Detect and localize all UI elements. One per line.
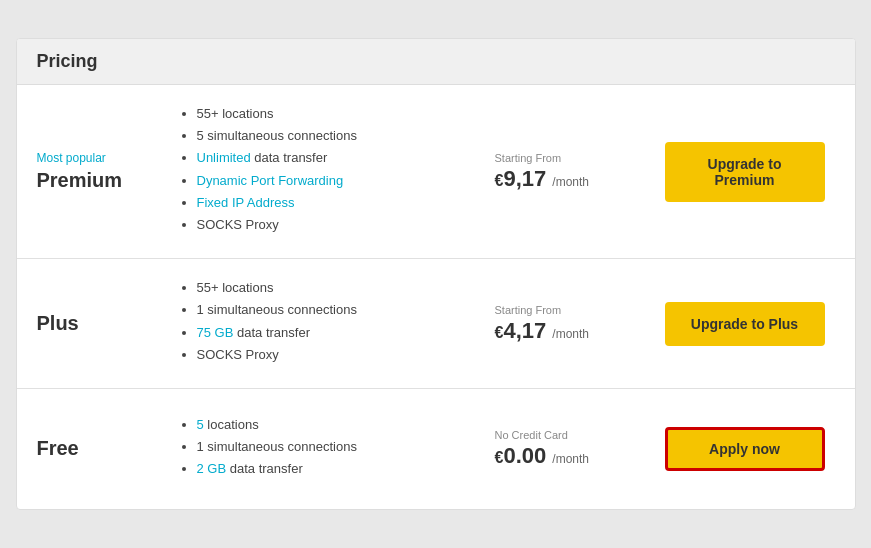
plan-features-premium: 55+ locations 5 simultaneous connections… — [167, 105, 495, 238]
plan-name-col-free: Free — [37, 437, 167, 460]
feature-text: SOCKS Proxy — [197, 347, 279, 362]
gb-link[interactable]: 75 GB — [197, 325, 234, 340]
feature-item: Fixed IP Address — [197, 194, 485, 212]
starting-from-label-plus: Starting From — [495, 304, 655, 316]
plan-button-col-premium: Upgrade to Premium — [655, 142, 835, 202]
pricing-header: Pricing — [17, 39, 855, 85]
per-month-free: /month — [552, 452, 589, 466]
feature-item: 55+ locations — [197, 105, 485, 123]
plan-row-plus: Plus 55+ locations 1 simultaneous connec… — [17, 259, 855, 389]
feature-item: 1 simultaneous connections — [197, 301, 485, 319]
plan-name-free: Free — [37, 437, 167, 460]
starting-from-label-premium: Starting From — [495, 152, 655, 164]
plan-features-free: 5 locations 1 simultaneous connections 2… — [167, 416, 495, 483]
feature-item: SOCKS Proxy — [197, 346, 485, 364]
feature-text: 1 simultaneous connections — [197, 439, 357, 454]
feature-text: 1 simultaneous connections — [197, 302, 357, 317]
feature-text: SOCKS Proxy — [197, 217, 279, 232]
fixed-ip-address-link[interactable]: Fixed IP Address — [197, 195, 295, 210]
no-credit-card-label: No Credit Card — [495, 429, 655, 441]
plan-name-plus: Plus — [37, 312, 167, 335]
feature-text: 55+ locations — [197, 106, 274, 121]
per-month-premium: /month — [552, 175, 589, 189]
plan-pricing-premium: Starting From €9,17 /month — [495, 152, 655, 192]
upgrade-plus-button[interactable]: Upgrade to Plus — [665, 302, 825, 346]
feature-item: 2 GB data transfer — [197, 460, 485, 478]
pricing-container: Pricing Most popular Premium 55+ locatio… — [16, 38, 856, 510]
plan-button-col-plus: Upgrade to Plus — [655, 302, 835, 346]
feature-text: data transfer — [233, 325, 310, 340]
feature-item: SOCKS Proxy — [197, 216, 485, 234]
feature-item: 75 GB data transfer — [197, 324, 485, 342]
per-month-plus: /month — [552, 327, 589, 341]
gb-free-link[interactable]: 2 GB — [197, 461, 227, 476]
plan-features-plus: 55+ locations 1 simultaneous connections… — [167, 279, 495, 368]
plan-name-col-premium: Most popular Premium — [37, 151, 167, 192]
feature-text: 5 simultaneous connections — [197, 128, 357, 143]
feature-item: Dynamic Port Forwarding — [197, 172, 485, 190]
feature-text: data transfer — [251, 150, 328, 165]
locations-link[interactable]: 5 — [197, 417, 204, 432]
feature-text: data transfer — [226, 461, 303, 476]
dynamic-port-forwarding-link[interactable]: Dynamic Port Forwarding — [197, 173, 344, 188]
price-amount-plus: €4,17 — [495, 318, 553, 343]
plan-pricing-plus: Starting From €4,17 /month — [495, 304, 655, 344]
feature-item: 55+ locations — [197, 279, 485, 297]
plan-name-premium: Premium — [37, 169, 167, 192]
feature-item: 5 simultaneous connections — [197, 127, 485, 145]
pricing-title: Pricing — [37, 51, 835, 72]
plan-button-col-free: Apply now — [655, 427, 835, 471]
plan-row-premium: Most popular Premium 55+ locations 5 sim… — [17, 85, 855, 259]
feature-item: 1 simultaneous connections — [197, 438, 485, 456]
plan-name-col-plus: Plus — [37, 312, 167, 335]
feature-text: locations — [204, 417, 259, 432]
feature-item: Unlimited data transfer — [197, 149, 485, 167]
price-display-plus: €4,17 /month — [495, 318, 655, 344]
plan-pricing-free: No Credit Card €0.00 /month — [495, 429, 655, 469]
price-display-premium: €9,17 /month — [495, 166, 655, 192]
price-display-free: €0.00 /month — [495, 443, 655, 469]
price-amount-free: €0.00 — [495, 443, 553, 468]
unlimited-link[interactable]: Unlimited — [197, 150, 251, 165]
upgrade-premium-button[interactable]: Upgrade to Premium — [665, 142, 825, 202]
feature-text: 55+ locations — [197, 280, 274, 295]
price-amount-premium: €9,17 — [495, 166, 553, 191]
most-popular-label: Most popular — [37, 151, 167, 165]
plan-row-free: Free 5 locations 1 simultaneous connecti… — [17, 389, 855, 509]
feature-item: 5 locations — [197, 416, 485, 434]
apply-now-button[interactable]: Apply now — [665, 427, 825, 471]
